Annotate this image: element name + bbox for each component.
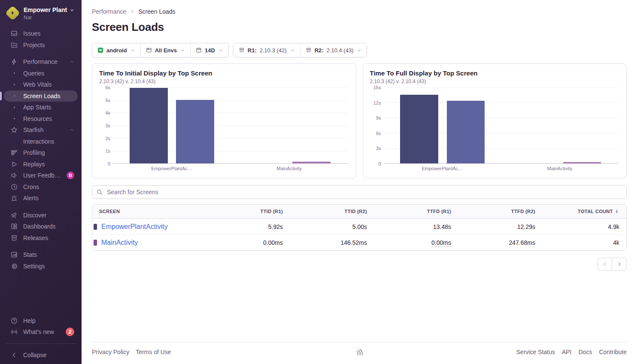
x-axis-category-label: MainActivity xyxy=(231,166,348,171)
bullet-slot xyxy=(10,72,18,74)
sidebar-item-dashboards[interactable]: Dashboards xyxy=(4,221,78,232)
sidebar-item-web-vitals[interactable]: Web Vitals xyxy=(4,79,78,90)
sidebar-nav: IssuesProjectsPerformanceQueriesWeb Vita… xyxy=(0,28,82,272)
screen-link[interactable]: EmpowerPlantActivity xyxy=(101,223,168,231)
sidebar-item-screen-loads[interactable]: Screen Loads xyxy=(4,90,78,102)
sidebar-item-label: Issues xyxy=(23,30,40,37)
sidebar-collapse-button[interactable]: Collapse xyxy=(4,349,78,361)
help-icon xyxy=(11,317,18,324)
column-header-screen[interactable]: SCREEN xyxy=(92,209,206,214)
sidebar-bottom: HelpWhat's new2 Collapse xyxy=(0,315,82,364)
release-filter-group: R1:2.10.3 (42)R2:2.10.4 (43) xyxy=(233,43,367,57)
environment-filter[interactable]: All Envs xyxy=(140,43,190,57)
sidebar-item-label: Projects xyxy=(23,42,45,48)
footer-right-links: Service StatusAPIDocsContribute xyxy=(516,349,627,355)
next-page-button[interactable] xyxy=(612,258,627,271)
column-header-ttfd-r1[interactable]: TTFD (R1) xyxy=(374,209,458,214)
column-header-label: TTID (R2) xyxy=(345,209,367,214)
settings-icon xyxy=(11,263,18,270)
chevron-up-icon xyxy=(69,59,74,64)
table-header-row: SCREENTTID (R1)TTID (R2)TTFD (R1)TTFD (R… xyxy=(92,205,626,219)
sidebar-item-label: Help xyxy=(23,317,36,324)
previous-page-button[interactable] xyxy=(598,258,612,271)
footer-link-terms-of-use[interactable]: Terms of Use xyxy=(136,349,171,355)
sidebar-item-label: Collapse xyxy=(23,352,46,358)
release-r2-filter[interactable]: R2:2.10.4 (43) xyxy=(300,43,367,57)
y-axis-tick-label: 3s xyxy=(376,146,381,151)
sidebar-item-releases[interactable]: Releases xyxy=(4,232,78,244)
charts-row: Time To Initial Display by Top Screen 2.… xyxy=(92,63,627,178)
sidebar-item-app-starts[interactable]: App Starts xyxy=(4,102,78,113)
whats-new-icon xyxy=(11,328,18,335)
sidebar-item-queries[interactable]: Queries xyxy=(4,68,78,79)
column-header-label: SCREEN xyxy=(99,209,120,214)
breadcrumb-current: Screen Loads xyxy=(138,8,175,15)
sidebar-item-discover[interactable]: Discover xyxy=(4,210,78,221)
sidebar-item-replays[interactable]: Replays xyxy=(4,159,78,170)
sidebar-item-interactions[interactable]: Interactions xyxy=(4,136,78,147)
sidebar-item-alerts[interactable]: Alerts xyxy=(4,193,78,204)
filter-label: R2: xyxy=(315,47,324,54)
column-header-label: TOTAL COUNT xyxy=(578,209,613,214)
column-header-ttid-r1[interactable]: TTID (R1) xyxy=(206,209,290,214)
y-axis-tick-label: 0 xyxy=(378,161,381,166)
whats-new-count-badge: 2 xyxy=(66,328,74,336)
bullet-icon xyxy=(14,72,15,74)
sidebar-item-label: Web Vitals xyxy=(23,81,52,88)
sentry-logo-icon[interactable] xyxy=(355,348,364,356)
screen-color-swatch xyxy=(94,240,97,246)
search-input[interactable] xyxy=(106,188,622,196)
chart-bar-empowerplantac-r1 xyxy=(130,88,168,163)
chevron-down-icon xyxy=(130,48,135,53)
sidebar-group: StatsSettings xyxy=(0,249,82,272)
project-filter[interactable]: android xyxy=(92,43,140,57)
column-header-total-count[interactable]: TOTAL COUNT xyxy=(542,209,626,214)
sidebar-item-projects[interactable]: Projects xyxy=(4,39,78,51)
y-axis: 15s12s9s6s3s0 xyxy=(369,87,381,164)
cell-ttid-r2: 5.00s xyxy=(290,223,374,230)
org-project-name: Nar xyxy=(24,15,74,21)
filter-label: android xyxy=(106,47,127,54)
y-axis-tick-label: 5s xyxy=(105,98,110,103)
column-header-ttfd-r2[interactable]: TTFD (R2) xyxy=(458,209,542,214)
footer-link-contribute[interactable]: Contribute xyxy=(599,349,627,355)
sidebar-item-stats[interactable]: Stats xyxy=(4,249,78,261)
chevron-right-icon xyxy=(130,9,135,14)
footer-link-api[interactable]: API xyxy=(562,349,572,355)
sidebar-item-help[interactable]: Help xyxy=(4,315,78,327)
screen-link[interactable]: MainActivity xyxy=(101,239,138,247)
sidebar-item-label: Screen Loads xyxy=(23,93,60,99)
bullet-icon xyxy=(14,118,15,119)
sidebar-item-issues[interactable]: Issues xyxy=(4,28,78,39)
sidebar-item-settings[interactable]: Settings xyxy=(4,261,78,272)
chevron-down-icon xyxy=(180,48,185,53)
sidebar-item-crons[interactable]: Crons xyxy=(4,181,78,193)
sidebar-item-user-feedback[interactable]: User FeedbackB xyxy=(4,170,78,181)
sidebar-item-performance[interactable]: Performance xyxy=(4,56,78,68)
bullet-slot xyxy=(10,107,18,108)
release-r1-filter[interactable]: R1:2.10.3 (42) xyxy=(234,43,300,57)
footer-link-docs[interactable]: Docs xyxy=(579,349,592,355)
sidebar-item-what-s-new[interactable]: What's new2 xyxy=(4,326,78,338)
footer-link-service-status[interactable]: Service Status xyxy=(516,349,555,355)
org-switcher[interactable]: Empower Plant Nar xyxy=(0,0,82,21)
sidebar-item-label: Discover xyxy=(23,212,46,219)
y-axis-tick-label: 3s xyxy=(105,123,110,128)
column-header-ttid-r2[interactable]: TTID (R2) xyxy=(290,209,374,214)
chevron-up-icon xyxy=(69,127,74,132)
sidebar-item-starfish[interactable]: Starfish xyxy=(4,124,78,136)
sidebar-item-profiling[interactable]: Profiling xyxy=(4,147,78,159)
bullet-icon xyxy=(14,95,15,96)
performance-icon xyxy=(11,58,18,65)
cell-ttid-r1: 5.92s xyxy=(206,223,290,230)
breadcrumb-performance[interactable]: Performance xyxy=(92,8,126,15)
footer-link-privacy-policy[interactable]: Privacy Policy xyxy=(92,349,129,355)
calendar-icon xyxy=(196,47,202,53)
beta-badge: B xyxy=(67,171,74,179)
user-feedback-icon xyxy=(11,172,18,179)
screens-table: SCREENTTID (R1)TTID (R2)TTFD (R1)TTFD (R… xyxy=(92,204,627,251)
chevron-down-icon xyxy=(218,48,223,53)
org-name: Empower Plant xyxy=(24,6,67,13)
date-range-filter[interactable]: 14D xyxy=(190,43,228,57)
sidebar-item-resources[interactable]: Resources xyxy=(4,113,78,125)
